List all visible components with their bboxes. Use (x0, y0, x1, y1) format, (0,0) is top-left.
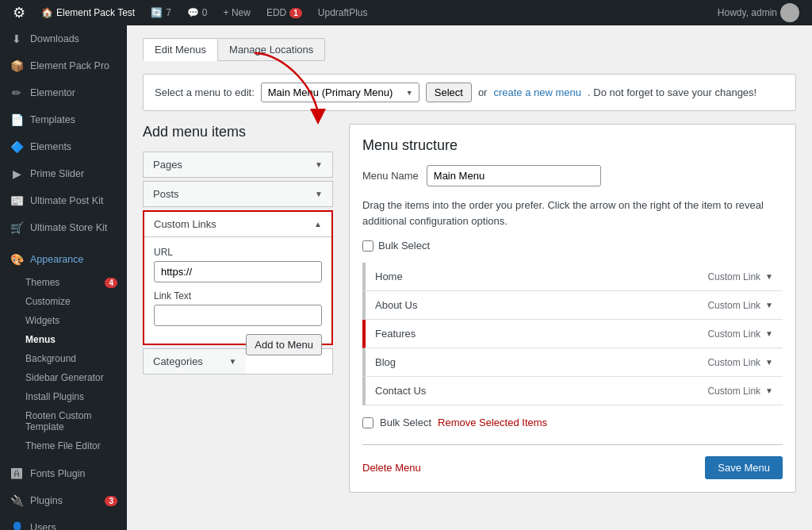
updates-icon: 🔄 (151, 7, 163, 18)
menu-item-blog-name: Blog (375, 356, 396, 368)
menu-item-features-name: Features (375, 328, 416, 340)
menu-item-home-name: Home (375, 271, 403, 282)
notice-reminder: . Do not forget to save your changes! (588, 86, 756, 98)
bottom-actions-row: Bulk Select Remove Selected Items (362, 417, 783, 428)
sidebar-sub-item-rooten[interactable]: Rooten Custom Template (0, 406, 127, 436)
sidebar-item-prime-slider[interactable]: ▶ Prime Slider (0, 160, 127, 187)
tab-edit-menus[interactable]: Edit Menus (143, 38, 218, 61)
bulk-select-label-top: Bulk Select (378, 240, 430, 252)
link-text-input[interactable] (154, 305, 322, 326)
url-input[interactable] (154, 261, 322, 282)
plugins-badge: 3 (105, 496, 117, 506)
menu-item-contact-us-chevron[interactable]: ▼ (765, 386, 773, 395)
create-new-menu-link[interactable]: create a new menu (493, 86, 581, 98)
adminbar-edd[interactable]: EDD 1 (260, 0, 308, 25)
menu-item-about-us-name: About Us (375, 299, 417, 311)
sidebar-sub-item-menus[interactable]: Menus (0, 330, 127, 349)
remove-selected-items-link[interactable]: Remove Selected Items (438, 417, 547, 428)
sidebar-item-users[interactable]: 👤 Users (0, 514, 127, 530)
users-icon: 👤 (10, 521, 24, 530)
adminbar-new[interactable]: + New (217, 0, 257, 25)
sidebar-sub-item-theme-file-editor[interactable]: Theme File Editor (0, 436, 127, 455)
appearance-icon: 🎨 (10, 253, 24, 266)
sidebar-item-element-pack-pro[interactable]: 📦 Element Pack Pro (0, 52, 127, 79)
sidebar-item-downloads[interactable]: ⬇ Downloads (0, 25, 127, 52)
menu-structure-title: Menu structure (362, 137, 783, 154)
or-text: or (478, 86, 488, 98)
sidebar-sub-item-sidebar-generator[interactable]: Sidebar Generator (0, 368, 127, 387)
menu-item-features[interactable]: Features Custom Link ▼ (362, 320, 783, 348)
notice-bar: Select a menu to edit: Main Menu (Primar… (143, 74, 796, 111)
edd-badge: 1 (289, 8, 302, 18)
accordion-posts: Posts ▼ (143, 181, 333, 207)
adminbar-comments[interactable]: 💬 0 (181, 0, 214, 25)
menu-item-features-chevron[interactable]: ▼ (765, 329, 773, 338)
templates-icon: 📄 (10, 113, 24, 126)
menu-item-home[interactable]: Home Custom Link ▼ (362, 263, 783, 291)
menu-item-about-us[interactable]: About Us Custom Link ▼ (362, 291, 783, 320)
save-menu-button[interactable]: Save Menu (705, 456, 783, 479)
wp-logo[interactable]: ⚙ (6, 0, 32, 25)
menu-item-contact-us-type: Custom Link (707, 386, 760, 397)
ultimate-post-kit-icon: 📰 (10, 194, 24, 207)
accordion-custom-links-header[interactable]: Custom Links ▲ (144, 212, 331, 236)
menu-tabs: Edit Menus Manage Locations (143, 38, 796, 61)
menu-item-blog[interactable]: Blog Custom Link ▼ (362, 348, 783, 377)
accordion-custom-links: Custom Links ▲ URL Link Text (143, 210, 333, 345)
menu-item-contact-us-name: Contact Us (375, 385, 426, 397)
home-icon: 🏠 (41, 7, 53, 18)
delete-menu-link[interactable]: Delete Menu (362, 462, 421, 474)
tab-manage-locations[interactable]: Manage Locations (218, 38, 325, 61)
sidebar-sub-item-themes[interactable]: Themes 4 (0, 273, 127, 292)
downloads-icon: ⬇ (10, 33, 24, 45)
add-to-menu-btn[interactable]: Add to Menu (246, 334, 322, 355)
bulk-select-checkbox-bottom[interactable] (362, 417, 373, 428)
element-pack-pro-icon: 📦 (10, 60, 24, 72)
adminbar-site-name[interactable]: 🏠 Element Pack Test (35, 0, 141, 25)
menu-item-contact-us[interactable]: Contact Us Custom Link ▼ (362, 377, 783, 405)
select-btn[interactable]: Select (426, 83, 472, 102)
menu-item-home-chevron[interactable]: ▼ (765, 272, 773, 281)
elementor-icon: ✏ (10, 86, 24, 99)
sidebar-item-templates[interactable]: 📄 Templates (0, 106, 127, 133)
accordion-pages: Pages ▼ (143, 152, 333, 178)
sidebar-item-elementor[interactable]: ✏ Elementor (0, 79, 127, 106)
sidebar-item-appearance[interactable]: 🎨 Appearance (0, 246, 127, 273)
footer-bar: Delete Menu Save Menu (362, 444, 783, 479)
sidebar-sub-item-widgets[interactable]: Widgets (0, 311, 127, 330)
elements-icon: 🔷 (10, 140, 24, 153)
accordion-posts-header[interactable]: Posts ▼ (144, 182, 332, 206)
pages-chevron-icon: ▼ (315, 160, 323, 169)
sidebar-sub-item-install-plugins[interactable]: Install Plugins (0, 387, 127, 406)
sidebar-item-fonts-plugin[interactable]: 🅰 Fonts Plugin (0, 460, 127, 487)
accordion-pages-header[interactable]: Pages ▼ (144, 152, 332, 177)
prime-slider-icon: ▶ (10, 167, 24, 180)
adminbar-updates[interactable]: 🔄 7 (144, 0, 178, 25)
select-menu-label: Select a menu to edit: (155, 86, 255, 98)
sidebar-item-plugins[interactable]: 🔌 Plugins 3 (0, 487, 127, 514)
bulk-select-checkbox-top[interactable] (362, 240, 373, 252)
sidebar-sub-item-background[interactable]: Background (0, 349, 127, 368)
bulk-select-label-bottom: Bulk Select (380, 417, 431, 428)
themes-badge: 4 (105, 278, 117, 288)
menu-item-home-type: Custom Link (707, 271, 760, 282)
menu-name-input[interactable] (427, 165, 601, 186)
sidebar-item-ultimate-post-kit[interactable]: 📰 Ultimate Post Kit (0, 187, 127, 214)
sidebar-sub-item-customize[interactable]: Customize (0, 292, 127, 311)
categories-chevron-icon: ▼ (228, 357, 236, 366)
menu-item-about-us-chevron[interactable]: ▼ (765, 301, 773, 309)
sidebar-item-elements[interactable]: 🔷 Elements (0, 133, 127, 160)
sidebar-item-ultimate-store-kit[interactable]: 🛒 Ultimate Store Kit (0, 214, 127, 241)
menu-item-blog-chevron[interactable]: ▼ (765, 358, 773, 367)
custom-links-body: URL Link Text Add to Menu (144, 236, 331, 344)
admin-avatar (780, 3, 799, 22)
accordion-categories-header[interactable]: Categories ▼ (144, 349, 246, 374)
adminbar-howdy[interactable]: Howdy, admin (711, 0, 806, 25)
adminbar-updraftplus[interactable]: UpdraftPlus (312, 0, 374, 25)
menu-select[interactable]: Main Menu (Primary Menu) (261, 83, 419, 102)
menu-select-wrapper[interactable]: Main Menu (Primary Menu) (261, 83, 419, 102)
url-label: URL (154, 247, 322, 258)
menu-item-blog-type: Custom Link (707, 357, 760, 368)
menu-item-features-type: Custom Link (707, 328, 760, 340)
sidebar-section-appearance: 🎨 Appearance Themes 4 Customize Widgets … (0, 246, 127, 455)
